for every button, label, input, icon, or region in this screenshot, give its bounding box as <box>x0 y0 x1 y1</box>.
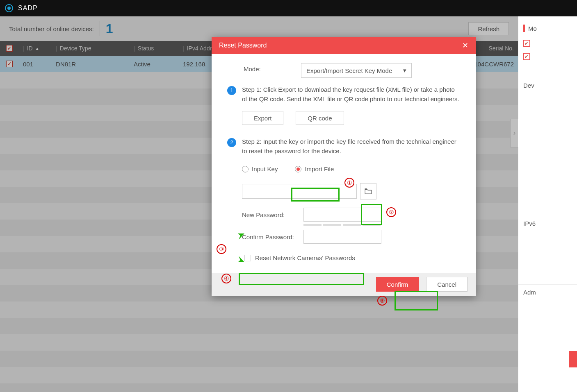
action-button-partial[interactable] <box>569 351 577 367</box>
folder-icon <box>365 188 372 194</box>
annotation-number-4: ④ <box>221 274 231 283</box>
title-bar: SADP <box>0 0 577 16</box>
annotation-arrow-down <box>228 250 244 262</box>
dialog-title: Reset Password <box>219 42 267 49</box>
confirm-password-input[interactable] <box>303 230 381 244</box>
app-name: SADP <box>18 5 38 12</box>
confirm-button[interactable]: Confirm <box>376 277 419 292</box>
qr-code-button[interactable]: QR code <box>296 111 344 125</box>
row-checkbox[interactable] <box>6 61 13 67</box>
password-strength-meter <box>303 224 460 226</box>
opt-checkbox-1[interactable] <box>523 40 530 47</box>
opt-checkbox-2[interactable] <box>523 53 530 60</box>
device-count-value: 1 <box>106 21 113 36</box>
sidebar-collapse-handle[interactable]: › <box>510 119 518 147</box>
svg-marker-1 <box>228 252 244 262</box>
export-button[interactable]: Export <box>242 111 283 125</box>
step-1-text: Step 1: Click Export to download the key… <box>242 85 460 104</box>
new-password-label: New Password: <box>242 211 303 218</box>
svg-marker-0 <box>228 233 244 244</box>
select-all-checkbox[interactable] <box>6 45 13 52</box>
side-panel: Mo Dev IPv6 Adm <box>518 16 577 392</box>
dialog-footer: Confirm Cancel <box>212 273 476 296</box>
browse-file-button[interactable] <box>360 183 376 199</box>
sort-asc-icon: ▲ <box>35 46 39 51</box>
cancel-button[interactable]: Cancel <box>426 277 468 292</box>
step-1-badge: 1 <box>227 86 236 95</box>
annotation-number-3: ③ <box>217 244 226 254</box>
device-count-label: Total number of online devices: <box>9 25 94 32</box>
new-password-input[interactable] <box>303 208 381 222</box>
dialog-header[interactable]: Reset Password ✕ <box>212 37 476 54</box>
reset-cameras-checkbox-row[interactable]: Reset Network Cameras' Passwords <box>242 252 460 264</box>
mode-select[interactable]: Export/Import Secret Key Mode <box>301 63 412 78</box>
import-file-path-input[interactable] <box>242 184 357 199</box>
annotation-number-1: ① <box>344 178 354 188</box>
side-panel-header: Mo <box>523 25 572 32</box>
annotation-arrow-up <box>228 233 244 246</box>
import-file-radio[interactable]: Import File <box>290 163 339 175</box>
app-logo-icon <box>5 4 13 12</box>
mode-label: Mode: <box>227 63 276 73</box>
close-icon[interactable]: ✕ <box>462 41 468 50</box>
confirm-password-label: Confirm Password: <box>242 233 303 240</box>
annotation-number-2: ② <box>386 207 396 217</box>
input-key-radio[interactable]: Input Key <box>242 165 278 172</box>
reset-cameras-checkbox[interactable] <box>244 255 251 261</box>
refresh-button[interactable]: Refresh <box>468 22 509 35</box>
annotation-number-5: ⑤ <box>377 296 387 306</box>
reset-password-dialog: Reset Password ✕ Mode: Export/Import Sec… <box>212 37 476 296</box>
step-2-badge: 2 <box>227 138 236 147</box>
step-2-text: Step 2: Input the key or import the key … <box>242 137 460 156</box>
